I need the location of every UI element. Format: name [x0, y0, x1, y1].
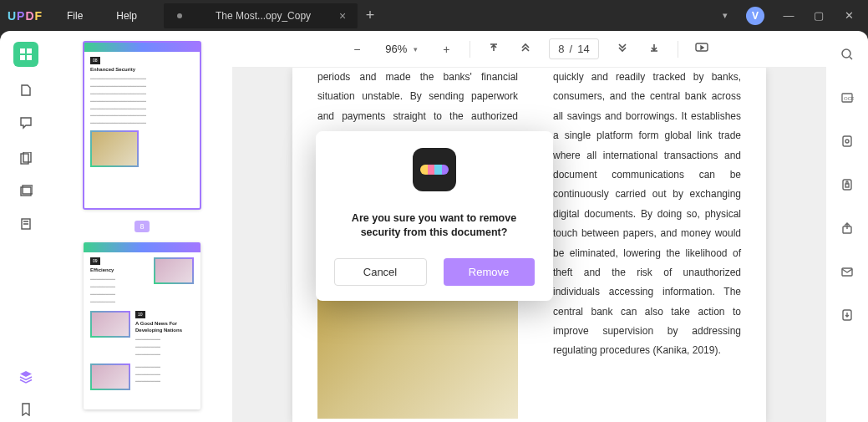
cancel-button[interactable]: Cancel	[334, 258, 427, 286]
modal-overlay: Are you sure you want to remove security…	[0, 0, 868, 422]
updf-app-icon	[413, 148, 456, 191]
remove-button[interactable]: Remove	[444, 258, 535, 286]
dialog-message: Are you sure you want to remove security…	[334, 211, 535, 240]
remove-security-dialog: Are you sure you want to remove security…	[316, 131, 553, 301]
